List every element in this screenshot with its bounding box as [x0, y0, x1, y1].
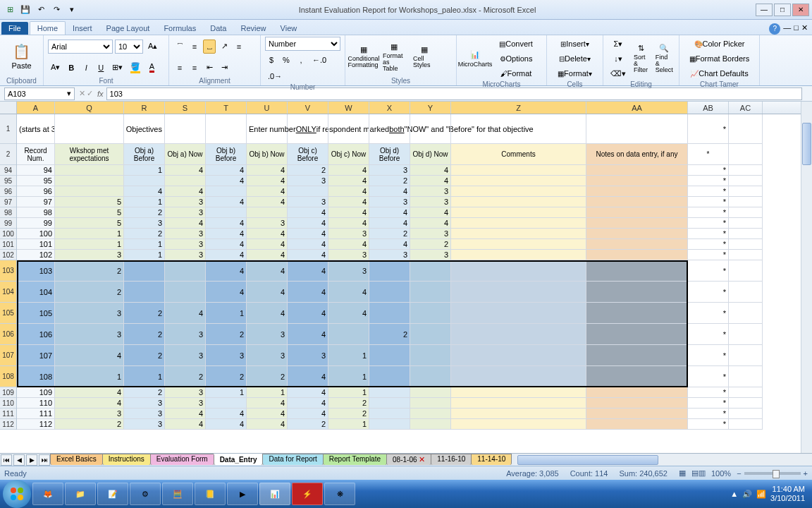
cell[interactable] — [288, 114, 328, 144]
cell[interactable]: 2 — [328, 409, 369, 419]
cell[interactable]: Workshop Objectives — [124, 114, 165, 144]
cell[interactable] — [451, 324, 586, 345]
col-header-W[interactable]: W — [328, 102, 369, 114]
tab-review[interactable]: Review — [233, 22, 273, 35]
cell[interactable]: 94 — [17, 165, 55, 176]
vertical-scrollbar[interactable] — [801, 102, 812, 453]
help-icon[interactable]: ? — [769, 23, 780, 35]
cell[interactable]: 3 — [206, 345, 247, 366]
cell[interactable] — [451, 207, 586, 218]
cell[interactable] — [729, 324, 763, 345]
cell[interactable]: 4 — [410, 165, 451, 176]
cell[interactable]: 4 — [206, 260, 247, 282]
cell[interactable]: * — [688, 345, 729, 366]
col-header-X[interactable]: X — [369, 102, 410, 114]
formula-bar[interactable]: 103 — [106, 87, 802, 100]
row-header-107[interactable]: 107 — [0, 345, 16, 366]
row-header-108[interactable]: 108 — [0, 366, 16, 387]
sheet-tab[interactable]: 11-14-10 — [471, 454, 512, 465]
row-header-97[interactable]: 97 — [0, 197, 16, 207]
row-header-105[interactable]: 105 — [0, 303, 16, 324]
insert-cells-button[interactable]: ⊞ Insert ▾ — [551, 37, 598, 51]
chart-defaults-button[interactable]: 📈 Chart Defaults — [684, 66, 755, 80]
cell[interactable] — [410, 366, 451, 387]
enter-formula-icon[interactable]: ✓ — [87, 89, 93, 98]
decrease-font-button[interactable]: A▾ — [48, 61, 63, 75]
cell[interactable]: * — [688, 207, 729, 218]
cell[interactable]: 4 — [410, 176, 451, 186]
cell[interactable] — [55, 186, 124, 197]
cell[interactable]: 3 — [247, 345, 288, 366]
cell[interactable] — [451, 387, 586, 398]
col-header-Q[interactable]: Q — [55, 102, 124, 114]
cell[interactable]: * — [688, 229, 729, 239]
cell[interactable]: 4 — [328, 186, 369, 197]
row-header-94[interactable]: 94 — [0, 165, 16, 176]
cell[interactable]: 4 — [206, 165, 247, 176]
bold-button[interactable]: B — [65, 61, 78, 75]
cell[interactable]: 2 — [124, 324, 165, 345]
cell[interactable]: 4 — [247, 176, 288, 186]
comma-button[interactable]: , — [295, 53, 307, 67]
cell[interactable]: 107 — [17, 345, 55, 366]
cell[interactable]: 95 — [17, 176, 55, 186]
cell[interactable] — [451, 176, 586, 186]
row-header-103[interactable]: 103 — [0, 260, 16, 282]
cell[interactable]: 3 — [328, 229, 369, 239]
cell[interactable]: 3 — [165, 250, 206, 260]
align-right-button[interactable]: ≡ — [188, 61, 201, 75]
cell[interactable]: 5 — [55, 218, 124, 229]
view-normal-button[interactable]: ▦ — [679, 468, 686, 478]
options-button[interactable]: ⚙ Options — [491, 52, 541, 66]
cell[interactable]: 1 — [328, 366, 369, 387]
cell[interactable]: 3 — [165, 197, 206, 207]
cell[interactable] — [586, 229, 688, 239]
fill-button[interactable]: ↓▾ — [608, 52, 629, 66]
cell[interactable] — [729, 260, 763, 282]
micro-format-button[interactable]: 🖌 Format — [491, 66, 541, 80]
sheet-tab[interactable]: 08-1-06 ✕ — [386, 454, 431, 465]
sheet-tab[interactable]: Excel Basics — [50, 454, 103, 465]
orientation-button[interactable]: ↗ — [218, 40, 230, 54]
font-color-button[interactable]: A — [145, 61, 158, 75]
cell[interactable]: 3 — [288, 345, 328, 366]
tab-insert[interactable]: Insert — [66, 22, 99, 35]
cell[interactable]: 3 — [369, 250, 410, 260]
cell[interactable]: 1 — [247, 387, 288, 398]
paste-button[interactable]: 📋Paste — [8, 37, 36, 76]
cell[interactable]: 4 — [206, 229, 247, 239]
cell[interactable] — [586, 218, 688, 229]
cell[interactable]: * — [688, 176, 729, 186]
qat-dropdown[interactable]: ▾ — [65, 3, 79, 17]
cell[interactable]: 4 — [55, 345, 124, 366]
cell[interactable]: * — [688, 165, 729, 176]
taskbar-app2[interactable]: 📒 — [195, 483, 226, 505]
cell[interactable] — [451, 303, 586, 324]
tab-nav-prev[interactable]: ◀ — [13, 454, 25, 466]
cell[interactable]: 4 — [206, 409, 247, 419]
cell[interactable]: 4 — [247, 303, 288, 324]
cell[interactable] — [586, 303, 688, 324]
cell[interactable]: * — [688, 303, 729, 324]
format-borders-button[interactable]: ▦ Format Borders — [684, 52, 755, 66]
cell[interactable]: 4 — [206, 176, 247, 186]
cell[interactable] — [586, 207, 688, 218]
cell[interactable]: 3 — [288, 176, 328, 186]
cell[interactable] — [729, 239, 763, 250]
cell[interactable]: 4 — [288, 260, 328, 282]
cell[interactable]: 3 — [247, 218, 288, 229]
cell[interactable] — [729, 409, 763, 419]
cell[interactable] — [729, 366, 763, 387]
cell[interactable] — [586, 250, 688, 260]
cell[interactable] — [451, 229, 586, 239]
name-box[interactable]: A103▾ — [4, 87, 75, 100]
cell[interactable]: 4 — [328, 282, 369, 303]
cell[interactable]: 4 — [247, 239, 288, 250]
cell[interactable]: 4 — [247, 186, 288, 197]
cell[interactable] — [586, 419, 688, 430]
cell[interactable]: (starts at 3) — [17, 114, 55, 144]
cell[interactable]: 2 — [410, 239, 451, 250]
cell[interactable]: 2 — [288, 419, 328, 430]
cell[interactable]: 4 — [206, 218, 247, 229]
cell[interactable]: Obj d) Now — [410, 144, 451, 165]
